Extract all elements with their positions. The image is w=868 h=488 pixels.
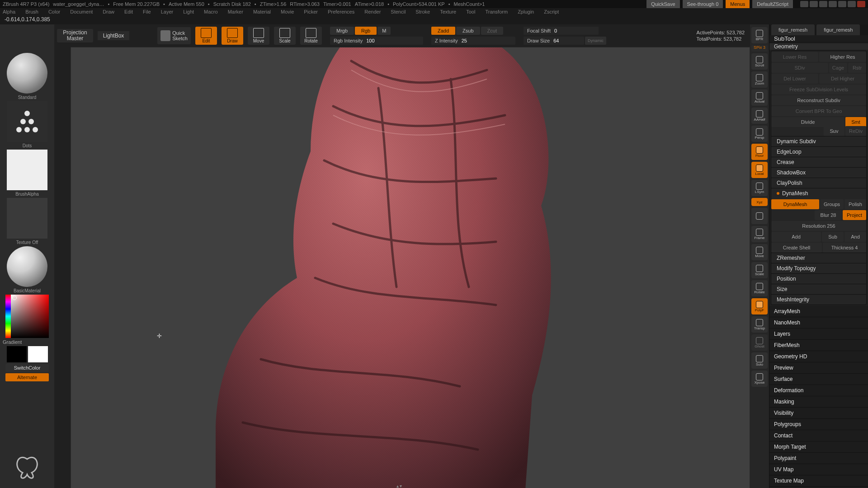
xyz-button[interactable]: Xyz [751,198,768,206]
nav-scale-button[interactable]: Scale [751,262,768,278]
win-icon-6[interactable] [848,1,856,7]
quicksketch-button[interactable]: Quick Sketch [157,27,191,44]
menu-zplugin[interactable]: Zplugin [518,9,534,14]
panel-masking[interactable]: Masking [769,396,868,408]
thickness-slider[interactable]: Thickness 4 [823,243,866,253]
panel-visibility[interactable]: Visibility [769,408,868,419]
menu-stroke[interactable]: Stroke [415,9,430,14]
mrgb-button[interactable]: Mrgb [330,27,354,35]
freeze-sdiv-button[interactable]: Freeze SubDivision Levels [771,84,866,94]
move-mode-button[interactable]: Move [248,27,269,45]
panel-texture-map[interactable]: Texture Map [769,475,868,487]
spix-slider[interactable]: SPix 3 [751,45,768,52]
divide-button[interactable]: Divide [771,117,844,127]
menu-brush[interactable]: Brush [25,9,38,14]
viewport-grip[interactable]: ▴▾ [396,483,403,488]
nav-rotate-button[interactable]: Rotate [751,280,768,296]
higher-res-button[interactable]: Higher Res [819,52,866,62]
nav-move-button[interactable]: Move [751,244,768,260]
blur-slider[interactable]: Blur 28 [815,210,842,220]
size-item[interactable]: Size [771,284,866,294]
modify-topology-item[interactable]: Modify Topology [771,263,866,273]
menu-color[interactable]: Color [48,9,60,14]
menu-texture[interactable]: Texture [440,9,456,14]
draw-size-slider[interactable]: Draw Size64 [524,37,584,45]
groups-button[interactable]: Groups [820,199,844,209]
reconstruct-button[interactable]: Reconstruct Subdiv [771,95,866,105]
actual-button[interactable]: Actual [751,89,768,106]
color-picker[interactable] [5,295,49,338]
panel-polygroups[interactable]: Polygroups [769,419,868,430]
local-button[interactable]: Local [751,162,768,178]
panel-morph-target[interactable]: Morph Target [769,441,868,453]
texture-thumbnail[interactable] [7,198,47,239]
polish-button[interactable]: Polish [844,199,866,209]
panel-arraymesh[interactable]: ArrayMesh [769,306,868,317]
panel-layers[interactable]: Layers [769,328,868,340]
transp-button[interactable]: Transp [751,316,768,333]
menu-movie[interactable]: Movie [281,9,294,14]
menu-transform[interactable]: Transform [485,9,508,14]
and-button[interactable]: And [844,232,866,242]
z-intensity-slider[interactable]: Z Intensity25 [431,37,515,45]
projection-master-button[interactable]: ProjectionMaster [57,29,93,42]
scroll-button[interactable]: Scroll [751,53,768,70]
panel-fibermesh[interactable]: FiberMesh [769,340,868,351]
claypolish-item[interactable]: ClayPolish [771,178,866,188]
meshintegrity-item[interactable]: MeshIntegrity [771,294,866,305]
sdiv-slider[interactable]: SDiv [771,63,828,73]
panel-polypaint[interactable]: Polypaint [769,453,868,464]
hue-strip[interactable] [5,295,11,338]
panel-surface[interactable]: Surface [769,374,868,385]
panel-contact[interactable]: Contact [769,430,868,441]
secondary-color[interactable] [7,346,27,362]
zsub-button[interactable]: Zsub [456,27,480,35]
lsym-button[interactable]: LSym [751,180,768,196]
sub-button[interactable]: Sub [822,232,844,242]
add-button[interactable]: Add [771,232,821,242]
edit-mode-button[interactable]: Edit [195,27,217,45]
menu-edit[interactable]: Edit [124,9,133,14]
menu-tool[interactable]: Tool [466,9,475,14]
ghost-button[interactable]: Ghost [751,334,768,351]
convert-bpr-button[interactable]: Convert BPR To Geo [771,106,866,116]
close-icon[interactable] [857,1,865,7]
project-button[interactable]: Project [843,210,866,220]
panel-geometry-hd[interactable]: Geometry HD [769,351,868,362]
tab-figur-1[interactable]: figur_remesh [771,24,815,35]
default-zscript[interactable]: DefaultZScript [752,0,793,8]
win-icon-5[interactable] [838,1,846,7]
shadowbox-item[interactable]: ShadowBox [771,167,866,178]
alternate-button[interactable]: Alternate [5,373,49,381]
m-button[interactable]: M [377,27,391,35]
zadd-button[interactable]: Zadd [431,27,455,35]
frame-button[interactable]: Frame [751,226,768,242]
menu-layer[interactable]: Layer [161,9,174,14]
xpose-button[interactable]: Xpose [751,371,768,387]
material-thumbnail[interactable] [7,246,47,287]
panel-uv-map[interactable]: UV Map [769,464,868,475]
del-higher-button[interactable]: Del Higher [819,74,866,84]
menu-draw[interactable]: Draw [103,9,114,14]
menu-picker[interactable]: Picker [304,9,318,14]
persp-button[interactable]: Persp [751,126,768,142]
cage-button[interactable]: Cage [829,63,847,73]
rstr-button[interactable]: Rstr [848,63,866,73]
dynamic-button[interactable]: Dynamic [585,37,606,45]
menu-preferences[interactable]: Preferences [328,9,354,14]
menu-zscript[interactable]: Zscript [544,9,559,14]
rotate-mode-button[interactable]: Rotate [300,27,322,45]
win-icon-4[interactable] [829,1,837,7]
seethrough-slider[interactable]: See-through 0 [683,0,723,8]
linefill-button[interactable]: PolyF [751,298,768,314]
dynamesh-item[interactable]: DynaMesh [771,188,866,198]
menu-light[interactable]: Light [183,9,194,14]
menu-render[interactable]: Render [364,9,381,14]
zoom-button[interactable]: Zoom [751,71,768,88]
viewport[interactable]: ✛ ▴▾ [71,47,750,488]
stroke-thumbnail[interactable] [7,101,47,142]
alpha-thumbnail[interactable] [7,150,47,190]
main-color[interactable] [28,346,48,362]
create-shell-button[interactable]: Create Shell [771,243,822,253]
menu-stencil[interactable]: Stencil [391,9,406,14]
